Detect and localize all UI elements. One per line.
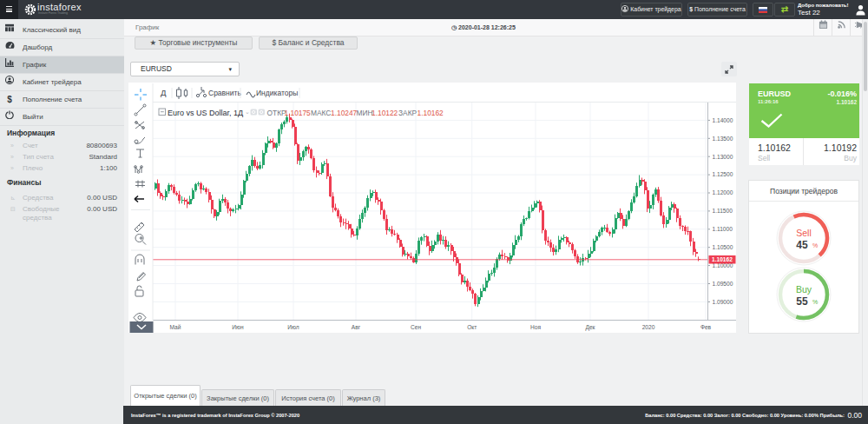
svg-text:1.13000: 1.13000 [713,154,733,160]
svg-text:Май: Май [170,324,181,330]
svg-text:1.10247: 1.10247 [331,109,358,117]
svg-text:1.11500: 1.11500 [713,208,733,214]
svg-text:1.12500: 1.12500 [713,171,733,177]
svg-text:Авг: Авг [352,324,361,330]
svg-text:1.10162: 1.10162 [418,109,444,117]
svg-text:Окт: Окт [467,324,477,330]
svg-text:Buy: Buy [796,284,812,295]
svg-text:1.14000: 1.14000 [713,117,733,123]
svg-text:Индикаторы: Индикаторы [256,89,298,97]
svg-text:2020: 2020 [642,324,655,330]
svg-text:Сравнить: Сравнить [208,89,241,97]
svg-text:Июл: Июл [287,324,299,330]
svg-text:Фев: Фев [700,324,712,330]
svg-text:ЗАКР: ЗАКР [398,109,418,117]
svg-text:1.09500: 1.09500 [713,281,733,287]
svg-text:Sell: Sell [796,228,812,238]
svg-text:1.12000: 1.12000 [713,189,733,195]
svg-text:1.09000: 1.09000 [713,299,733,305]
svg-text:55: 55 [796,295,808,308]
svg-text:45: 45 [796,239,808,251]
svg-text:1.10175: 1.10175 [285,109,312,117]
svg-text:Euro vs US Dollar, 1Д: Euro vs US Dollar, 1Д [168,109,243,117]
svg-text:1.11000: 1.11000 [713,226,733,232]
svg-text:Д: Д [161,88,167,97]
svg-text:Дек: Дек [585,324,595,331]
svg-text:1.10162: 1.10162 [712,256,733,262]
svg-text:МАКС: МАКС [311,109,331,117]
svg-text:1.10500: 1.10500 [713,244,733,250]
svg-text:1.13500: 1.13500 [713,136,733,142]
svg-text:Ноя: Ноя [530,324,541,330]
svg-text:1.10122: 1.10122 [372,109,398,117]
svg-text:Сен: Сен [411,324,421,330]
svg-text:%: % [812,299,818,305]
svg-text:⌄: ⌄ [245,109,250,115]
svg-text:Июн: Июн [232,324,244,330]
svg-text:%: % [812,242,818,248]
svg-text:МИН: МИН [357,109,373,117]
